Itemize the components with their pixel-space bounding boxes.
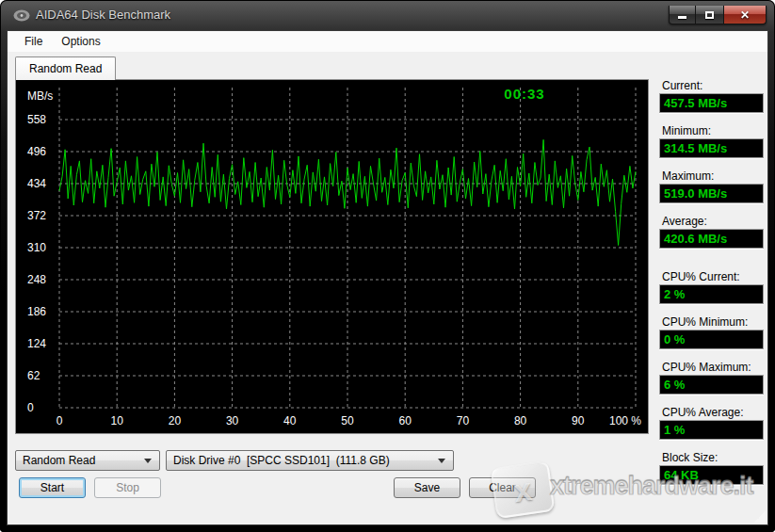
stat-average-label: Average: — [662, 215, 707, 228]
svg-text:434: 434 — [27, 177, 46, 190]
disk-drive-value: Disk Drive #0 [SPCC SSD101] (111.8 GB) — [167, 454, 434, 467]
svg-text:20: 20 — [169, 414, 182, 427]
svg-text:248: 248 — [27, 273, 46, 286]
stat-current-label: Current: — [662, 79, 702, 92]
svg-text:50: 50 — [341, 414, 354, 427]
svg-text:62: 62 — [27, 369, 40, 382]
chevron-down-icon — [438, 459, 445, 467]
tab-random-read[interactable]: Random Read — [15, 56, 116, 80]
benchmark-chart-panel: 558496434372310248186124620MB/s010203040… — [15, 79, 649, 434]
app-window: AIDA64 Disk Benchmark ✕ FileOptions Rand… — [0, 0, 775, 532]
stat-cpu-average-value: 1 % — [659, 420, 764, 440]
maximize-button[interactable] — [696, 6, 723, 24]
elapsed-timer: 00:33 — [481, 86, 568, 102]
svg-text:372: 372 — [27, 209, 46, 222]
window-controls: ✕ — [669, 6, 767, 24]
svg-text:310: 310 — [27, 241, 46, 254]
stat-block-size-value: 64 KB — [659, 465, 764, 485]
stat-average-value: 420.6 MB/s — [659, 229, 764, 249]
stat-cpu-minimum-label: CPU% Minimum: — [662, 315, 748, 329]
svg-text:0: 0 — [57, 414, 63, 427]
stop-button: Stop — [94, 477, 161, 498]
maximize-icon — [705, 11, 714, 19]
stat-cpu-current-value: 2 % — [659, 284, 764, 304]
svg-text:10: 10 — [111, 414, 124, 427]
chevron-down-icon — [144, 459, 152, 467]
svg-text:40: 40 — [283, 414, 297, 427]
svg-text:558: 558 — [27, 113, 46, 126]
svg-text:496: 496 — [27, 145, 46, 158]
chart-canvas: 558496434372310248186124620MB/s010203040… — [16, 80, 648, 433]
stat-block-size-label: Block Size: — [662, 451, 718, 464]
benchmark-type-select[interactable]: Random Read — [15, 450, 160, 471]
menu-item-options[interactable]: Options — [52, 32, 109, 51]
svg-text:124: 124 — [27, 337, 46, 350]
stat-minimum-value: 314.5 MB/s — [659, 138, 764, 158]
minimize-button[interactable] — [669, 6, 696, 24]
stat-cpu-maximum-label: CPU% Maximum: — [662, 361, 751, 374]
titlebar[interactable]: AIDA64 Disk Benchmark ✕ — [0, 0, 775, 31]
stat-maximum-value: 519.0 MB/s — [659, 184, 764, 203]
stat-cpu-current-label: CPU% Current: — [662, 270, 740, 283]
benchmark-type-value: Random Read — [16, 454, 140, 467]
window-title: AIDA64 Disk Benchmark — [36, 8, 170, 22]
start-button[interactable]: Start — [19, 477, 86, 498]
svg-text:60: 60 — [399, 414, 412, 427]
minimize-icon — [678, 16, 686, 19]
svg-text:90: 90 — [572, 414, 585, 427]
clear-button[interactable]: Clear — [469, 477, 536, 498]
stat-cpu-maximum-value: 6 % — [659, 375, 764, 395]
svg-text:30: 30 — [226, 414, 239, 427]
menu-bar: FileOptions — [8, 31, 767, 52]
stat-cpu-average-label: CPU% Average: — [662, 406, 744, 419]
stat-current-value: 457.5 MB/s — [659, 93, 764, 113]
stat-maximum-label: Maximum: — [662, 169, 714, 183]
resize-grip[interactable] — [754, 511, 766, 523]
save-button[interactable]: Save — [394, 477, 460, 498]
menu-item-file[interactable]: File — [15, 32, 52, 51]
app-icon — [13, 9, 30, 22]
svg-text:0: 0 — [27, 401, 34, 414]
svg-text:100 %: 100 % — [609, 414, 641, 427]
disk-drive-select[interactable]: Disk Drive #0 [SPCC SSD101] (111.8 GB) — [166, 450, 454, 471]
stat-cpu-minimum-value: 0 % — [659, 330, 764, 349]
svg-text:70: 70 — [457, 414, 470, 427]
svg-text:80: 80 — [514, 414, 527, 427]
svg-text:MB/s: MB/s — [27, 89, 53, 103]
close-button[interactable]: ✕ — [723, 6, 767, 24]
client-area: FileOptions Random Read 5584964343723102… — [8, 31, 767, 524]
stat-minimum-label: Minimum: — [662, 124, 711, 137]
close-icon: ✕ — [740, 9, 750, 21]
svg-text:186: 186 — [27, 305, 46, 318]
